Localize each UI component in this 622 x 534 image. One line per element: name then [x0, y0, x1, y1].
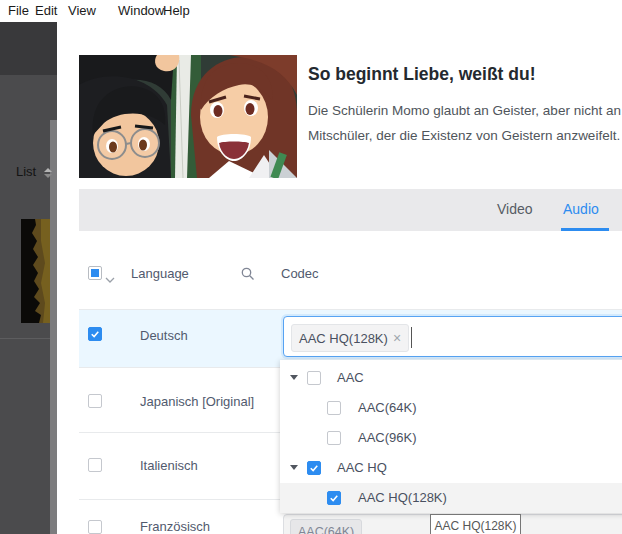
active-tab-indicator	[561, 228, 609, 231]
language-cell: Japanisch [Original]	[140, 394, 254, 409]
row-checkbox-japanisch[interactable]	[88, 394, 102, 408]
dropdown-group-aac[interactable]: AAC	[280, 363, 622, 393]
column-header-language: Language	[131, 266, 189, 281]
language-cell: Deutsch	[140, 328, 188, 343]
tab-video[interactable]: Video	[497, 201, 533, 217]
episode-title: So beginnt Liebe, weißt du!	[308, 64, 536, 85]
select-all-checkbox[interactable]	[88, 266, 102, 280]
tab-audio[interactable]: Audio	[563, 201, 599, 217]
search-icon[interactable]	[241, 267, 255, 281]
text-cursor	[411, 327, 412, 348]
dropdown-item-aac96[interactable]: AAC(96K)	[280, 423, 622, 453]
codec-dropdown: AAC AAC(64K) AAC(96K) AAC HQ AAC HQ(128K…	[280, 360, 622, 513]
remove-tag-icon[interactable]: ×	[393, 331, 401, 345]
tab-bar	[79, 189, 622, 231]
background-video-thumbnail	[21, 219, 50, 323]
menu-bar: File Edit View Window Help	[0, 0, 622, 22]
caret-down-icon[interactable]	[290, 465, 298, 470]
dropdown-item-aac64[interactable]: AAC(64K)	[280, 393, 622, 423]
dropdown-group-aachq[interactable]: AAC HQ	[280, 453, 622, 483]
language-cell: Französisch	[140, 519, 210, 534]
dropdown-item-aachq128[interactable]: AAC HQ(128K)	[280, 483, 622, 513]
dimmed-backdrop-edge	[50, 75, 57, 534]
row-checkbox-italienisch[interactable]	[88, 458, 102, 472]
checkbox-aac96[interactable]	[327, 431, 341, 445]
menu-view[interactable]: View	[68, 3, 96, 18]
menu-file[interactable]: File	[8, 3, 29, 18]
language-cell: Italienisch	[140, 458, 198, 473]
app-window: File Edit View Window Help List	[0, 0, 622, 534]
tooltip: AAC HQ(128K)	[430, 514, 521, 534]
chevron-down-icon[interactable]	[105, 270, 115, 278]
episode-description-line1: Die Schülerin Momo glaubt an Geister, ab…	[308, 103, 621, 118]
column-header-codec: Codec	[281, 266, 319, 281]
selected-codec-tag: AAC HQ(128K) ×	[291, 324, 409, 352]
row-checkbox-deutsch[interactable]	[88, 327, 102, 341]
sort-icon	[44, 168, 52, 180]
caret-down-icon[interactable]	[290, 375, 298, 380]
episode-description-line2: Mitschüler, der die Existenz von Geister…	[308, 128, 620, 143]
menu-edit[interactable]: Edit	[35, 3, 57, 18]
checkbox-aachq128[interactable]	[327, 491, 341, 505]
divider	[0, 338, 50, 339]
dimmed-header-block	[0, 22, 57, 75]
checkbox-aac64[interactable]	[327, 401, 341, 415]
checkbox-aachq[interactable]	[307, 461, 321, 475]
episode-thumbnail	[79, 55, 297, 178]
checkbox-aac[interactable]	[307, 371, 321, 385]
codec-select-input[interactable]: AAC HQ(128K) ×	[283, 316, 622, 357]
menu-window[interactable]: Window	[118, 3, 164, 18]
menu-help[interactable]: Help	[163, 3, 190, 18]
background-list-tab: List	[16, 164, 36, 179]
codec-tag: AAC(64K)	[290, 519, 362, 534]
row-checkbox-franzoesisch[interactable]	[88, 520, 102, 534]
